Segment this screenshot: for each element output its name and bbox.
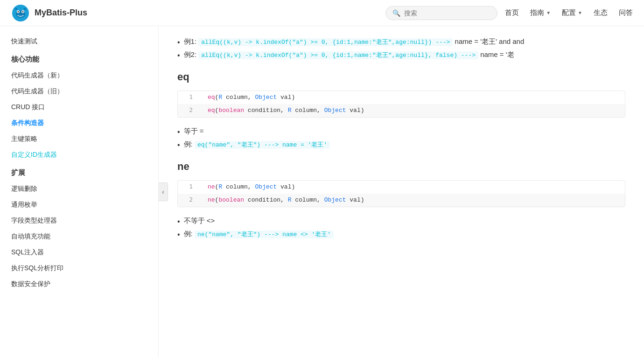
logo-text: MyBatis-Plus: [35, 8, 87, 18]
sidebar-item-codegen-old[interactable]: 代码生成器（旧）: [0, 84, 158, 99]
eq-heading: eq: [177, 71, 625, 83]
logo[interactable]: MyBatis-Plus: [11, 4, 87, 22]
search-input[interactable]: [404, 9, 490, 17]
eq-example-code: eq("name", "老王") ---> name = '老王': [195, 141, 330, 149]
bullet-example1: • 例1: allEq((k,v) -> k.indexOf("a") >= 0…: [177, 37, 625, 47]
svg-point-4: [18, 11, 19, 12]
nav-config[interactable]: 配置 ▼: [562, 8, 582, 17]
search-icon: 🔍: [392, 9, 400, 17]
sidebar-item-logical-delete[interactable]: 逻辑删除: [0, 181, 158, 197]
ne-bullet1: • 不等于 <>: [177, 217, 625, 226]
guide-chevron-icon: ▼: [546, 10, 551, 15]
nav-ecosystem[interactable]: 生态: [594, 8, 608, 17]
nav-home[interactable]: 首页: [505, 8, 519, 17]
ne-bullets: • 不等于 <> • 例: ne("name", "老王") ---> name…: [177, 217, 625, 239]
sidebar-item-quick-test[interactable]: 快速测试: [0, 34, 158, 49]
sidebar-section-core: 核心功能: [0, 49, 158, 68]
sidebar-item-sql-injector[interactable]: SQL注入器: [0, 245, 158, 260]
sidebar-collapse-button[interactable]: ‹: [159, 182, 168, 201]
main-content: ‹ • 例1: allEq((k,v) -> k.indexOf("a") >=…: [159, 26, 644, 357]
sidebar-item-auto-fill[interactable]: 自动填充功能: [0, 229, 158, 245]
example1-code: allEq((k,v) -> k.indexOf("a") >= 0, {id:…: [198, 38, 453, 46]
eq-code-block: 1 eq(R column, Object val) 2 eq(boolean …: [177, 91, 625, 118]
sidebar-item-data-security[interactable]: 数据安全保护: [0, 276, 158, 292]
sidebar-item-sql-analysis[interactable]: 执行SQL分析打印: [0, 260, 158, 276]
sidebar-item-enum[interactable]: 通用枚举: [0, 197, 158, 213]
bullet-example2: • 例2: allEq((k,v) -> k.indexOf("a") >= 0…: [177, 50, 625, 60]
svg-point-5: [22, 11, 24, 12]
eq-code-line-2: 2 eq(boolean condition, R column, Object…: [178, 104, 625, 117]
ne-example-code: ne("name", "老王") ---> name <> '老王': [195, 231, 334, 238]
ne-code-line-1: 1 ne(R column, Object val): [178, 181, 625, 194]
ne-heading: ne: [177, 161, 625, 173]
sidebar-item-crud[interactable]: CRUD 接口: [0, 99, 158, 115]
ne-code-block: 1 ne(R column, Object val) 2 ne(boolean …: [177, 180, 625, 207]
config-chevron-icon: ▼: [578, 10, 582, 15]
main-nav: 首页 指南 ▼ 配置 ▼ 生态 问答: [505, 8, 633, 17]
sidebar-item-custom-id-gen[interactable]: 自定义ID生成器: [0, 147, 158, 163]
nav-qa[interactable]: 问答: [619, 8, 633, 17]
nav-guide[interactable]: 指南 ▼: [530, 8, 551, 17]
eq-bullets: • 等于 = • 例: eq("name", "老王") ---> name =…: [177, 127, 625, 149]
svg-rect-7: [15, 8, 17, 10]
search-bar[interactable]: 🔍: [385, 6, 497, 20]
svg-rect-8: [24, 8, 26, 10]
sidebar-item-condition-builder[interactable]: 条件构造器: [0, 115, 158, 131]
eq-code-line-1: 1 eq(R column, Object val): [178, 91, 625, 104]
sidebar: 快速测试 核心功能 代码生成器（新） 代码生成器（旧） CRUD 接口 条件构造…: [0, 26, 159, 357]
example2-code: allEq((k,v) -> k.indexOf("a") >= 0, {id:…: [198, 51, 478, 59]
logo-icon: [11, 4, 30, 22]
sidebar-item-field-type-handler[interactable]: 字段类型处理器: [0, 213, 158, 229]
header: MyBatis-Plus 🔍 首页 指南 ▼ 配置 ▼ 生态 问答: [0, 0, 644, 26]
sidebar-item-codegen-new[interactable]: 代码生成器（新）: [0, 68, 158, 84]
ne-code-line-2: 2 ne(boolean condition, R column, Object…: [178, 194, 625, 207]
top-bullets: • 例1: allEq((k,v) -> k.indexOf("a") >= 0…: [177, 37, 625, 60]
eq-bullet1: • 等于 =: [177, 127, 625, 136]
eq-bullet2: • 例: eq("name", "老王") ---> name = '老王': [177, 140, 625, 149]
sidebar-section-extend: 扩展: [0, 163, 158, 181]
ne-bullet2: • 例: ne("name", "老王") ---> name <> '老王': [177, 230, 625, 239]
sidebar-item-primary-key[interactable]: 主键策略: [0, 131, 158, 147]
